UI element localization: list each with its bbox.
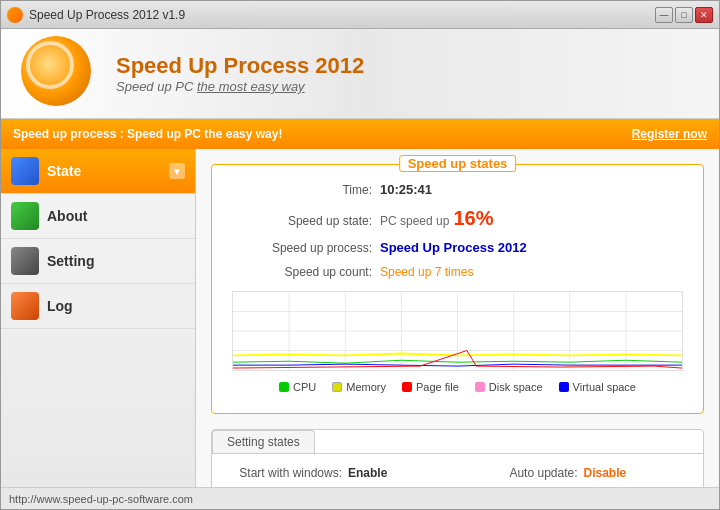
auto-update-value: Disable [584, 466, 627, 480]
titlebar-icon [7, 7, 23, 23]
time-value: 10:25:41 [380, 182, 432, 197]
sidebar-item-about[interactable]: About [1, 194, 195, 239]
tagline-pre: Speed up PC [116, 79, 197, 94]
legend-memory: Memory [332, 381, 386, 393]
setting-icon [11, 247, 39, 275]
legend-pagefile: Page file [402, 381, 459, 393]
log-icon [11, 292, 39, 320]
legend-memory-label: Memory [346, 381, 386, 393]
speedup-state-row: Speed up state: PC speed up 16% [232, 205, 683, 232]
speedup-count-row: Speed up count: Speed up 7 times [232, 263, 683, 281]
setting-states-box: Setting states Start with windows: Enabl… [211, 429, 704, 487]
time-label: Time: [232, 183, 372, 197]
auto-update-row: Auto update: Disable [468, 466, 684, 480]
app-title: Speed Up Process 2012 [116, 53, 364, 79]
legend-virtualspace: Virtual space [559, 381, 636, 393]
settings-grid: Start with windows: Enable Auto update: … [232, 466, 683, 487]
state-icon [11, 157, 39, 185]
titlebar: Speed Up Process 2012 v1.9 — □ ✕ [1, 1, 719, 29]
start-windows-value: Enable [348, 466, 387, 480]
time-row: Time: 10:25:41 [232, 180, 683, 199]
start-windows-row: Start with windows: Enable [232, 466, 448, 480]
auto-update-label: Auto update: [468, 466, 578, 480]
statusbar: http://www.speed-up-pc-software.com [1, 487, 719, 509]
close-button[interactable]: ✕ [695, 7, 713, 23]
logo-circle [21, 36, 91, 106]
speedup-process-row: Speed up process: Speed Up Process 2012 [232, 238, 683, 257]
about-icon [11, 202, 39, 230]
titlebar-title: Speed Up Process 2012 v1.9 [29, 8, 655, 22]
sidebar: State ▼ About Setting Log [1, 149, 196, 487]
main-area: State ▼ About Setting Log Speed up state… [1, 149, 719, 487]
legend-cpu: CPU [279, 381, 316, 393]
start-windows-label: Start with windows: [232, 466, 342, 480]
pagefile-dot [402, 382, 412, 392]
speedup-process-label: Speed up process: [232, 241, 372, 255]
sidebar-item-setting[interactable]: Setting [1, 239, 195, 284]
minimize-button[interactable]: — [655, 7, 673, 23]
diskspace-dot [475, 382, 485, 392]
header: Speed Up Process 2012 Speed up PC the mo… [1, 29, 719, 119]
app-tagline: Speed up PC the most easy way [116, 79, 364, 94]
legend-diskspace-label: Disk space [489, 381, 543, 393]
performance-chart [232, 291, 683, 371]
virtualspace-dot [559, 382, 569, 392]
setting-states-tab[interactable]: Setting states [212, 430, 315, 453]
app-logo [21, 36, 101, 111]
speedup-count-label: Speed up count: [232, 265, 372, 279]
memory-dot [332, 382, 342, 392]
titlebar-buttons: — □ ✕ [655, 7, 713, 23]
maximize-button[interactable]: □ [675, 7, 693, 23]
sidebar-label-log: Log [47, 298, 185, 314]
states-box: Speed up states Time: 10:25:41 Speed up … [211, 164, 704, 414]
chevron-down-icon: ▼ [169, 163, 185, 179]
speedup-percent: 16% [453, 207, 493, 230]
tagline-mid: the most easy way [197, 79, 305, 94]
register-link[interactable]: Register now [632, 127, 707, 141]
statusbar-url: http://www.speed-up-pc-software.com [9, 493, 193, 505]
sidebar-item-log[interactable]: Log [1, 284, 195, 329]
main-window: Speed Up Process 2012 v1.9 — □ ✕ Speed U… [0, 0, 720, 510]
legend-virtualspace-label: Virtual space [573, 381, 636, 393]
cpu-dot [279, 382, 289, 392]
content-area: Speed up states Time: 10:25:41 Speed up … [196, 149, 719, 487]
setting-states-content: Start with windows: Enable Auto update: … [212, 453, 703, 487]
legend-pagefile-label: Page file [416, 381, 459, 393]
speedup-process-value: Speed Up Process 2012 [380, 240, 527, 255]
legend-cpu-label: CPU [293, 381, 316, 393]
chart-svg [233, 292, 682, 370]
speedup-state-label: Speed up state: [232, 214, 372, 228]
sidebar-label-about: About [47, 208, 185, 224]
info-bar-message: Speed up process : Speed up PC the easy … [13, 127, 282, 141]
header-text: Speed Up Process 2012 Speed up PC the mo… [116, 53, 364, 94]
legend-diskspace: Disk space [475, 381, 543, 393]
chart-legend: CPU Memory Page file Disk space [232, 381, 683, 393]
speedup-prefix: PC speed up [380, 214, 449, 228]
speedup-count-value: Speed up 7 times [380, 265, 473, 279]
info-bar: Speed up process : Speed up PC the easy … [1, 119, 719, 149]
sidebar-item-state[interactable]: State ▼ [1, 149, 195, 194]
states-box-title: Speed up states [399, 155, 517, 172]
sidebar-label-state: State [47, 163, 161, 179]
sidebar-label-setting: Setting [47, 253, 185, 269]
